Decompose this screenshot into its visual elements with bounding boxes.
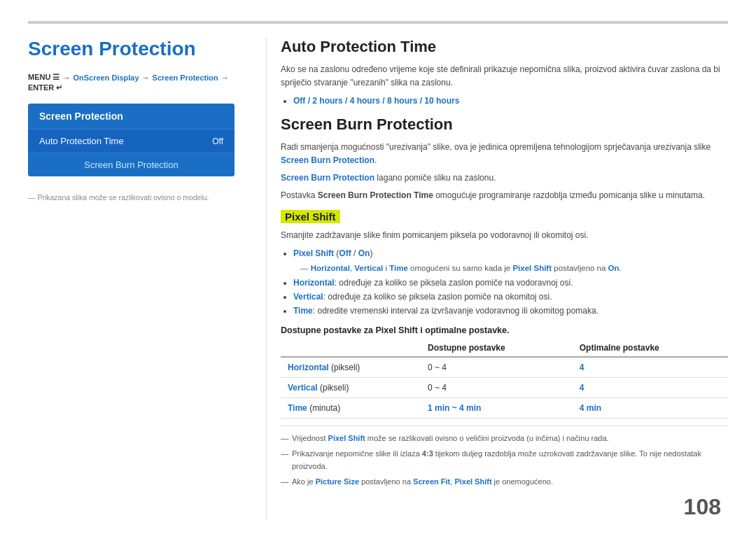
row-optimal-3: 4 min — [573, 398, 728, 418]
note-1: — Vrijednost Pixel Shift može se razliko… — [281, 432, 728, 445]
section-pixel-shift: Pixel Shift Smanjite zadržavanje slike f… — [281, 210, 728, 489]
section1-title: Auto Protection Time — [281, 38, 728, 56]
row-optimal-2: 4 — [573, 377, 728, 398]
table-section: Dostupne postavke za Pixel Shift i optim… — [281, 325, 728, 419]
row-available-1: 0 ~ 4 — [421, 357, 573, 378]
bullet-horizontal: Horizontal: određuje za koliko se piksel… — [293, 276, 728, 290]
bullet-vertical: Vertical: određuje za koliko se piksela … — [293, 290, 728, 304]
menu-box: Screen Protection Auto Protection Time O… — [28, 104, 234, 176]
bullet-sub: — Horizontal, Vertical i Time omogućeni … — [300, 262, 728, 276]
breadcrumb: MENU ☰ → OnScreen Display → Screen Prote… — [28, 73, 245, 92]
menu-box-title: Screen Protection — [28, 104, 234, 129]
section-screen-burn: Screen Burn Protection Radi smanjenja mo… — [281, 115, 728, 203]
row-label-1: Horizontal (pikseli) — [281, 357, 421, 378]
section2-body2: Screen Burn Protection lagano pomiče sli… — [281, 171, 728, 185]
page-title: Screen Protection — [28, 38, 245, 60]
menu-icon: MENU ☰ — [28, 73, 59, 82]
bullet-pixel-shift-toggle: Pixel Shift (Off / On) — Horizontal, Ver… — [293, 246, 728, 276]
section2-bold3: Screen Burn Protection Time — [318, 190, 433, 200]
section2-link2: Screen Burn Protection — [281, 173, 374, 183]
section2-link1: Screen Burn Protection — [281, 155, 374, 165]
table-intro: Dostupne postavke za Pixel Shift i optim… — [281, 325, 728, 335]
pixel-shift-bullets: Pixel Shift (Off / On) — Horizontal, Ver… — [281, 246, 728, 318]
bullet-time: Time: odredite vremenski interval za izv… — [293, 304, 728, 318]
notes-block: — Vrijednost Pixel Shift može se razliko… — [281, 426, 728, 489]
menu-item-value: Off — [212, 136, 223, 146]
section1-option-item: Off / 2 hours / 4 hours / 8 hours / 10 h… — [293, 94, 728, 108]
table-row: Vertical (pikseli) 0 ~ 4 4 — [281, 377, 728, 398]
menu-item-label-2: Screen Burn Protection — [84, 160, 178, 170]
row-optimal-1: 4 — [573, 357, 728, 378]
pixel-shift-title: Pixel Shift — [281, 210, 340, 223]
breadcrumb-enter: ENTER ↵ — [28, 83, 62, 92]
section1-body: Ako se na zaslonu određeno vrijeme koje … — [281, 63, 728, 90]
row-available-3: 1 min ~ 4 min — [421, 398, 573, 418]
menu-item-auto-protection[interactable]: Auto Protection Time Off — [28, 129, 234, 153]
section2-body3: Postavka Screen Burn Protection Time omo… — [281, 189, 728, 202]
breadcrumb-onscreen[interactable]: OnScreen Display — [73, 73, 139, 82]
section2-body1-text: Radi smanjenja mogućnosti "urezivanja" s… — [281, 142, 710, 152]
col-header-1 — [281, 339, 421, 357]
row-label-3: Time (minuta) — [281, 398, 421, 418]
section2-body1-end: . — [374, 155, 377, 165]
section2-body2-end: lagano pomiče sliku na zaslonu. — [374, 173, 496, 183]
section2-title: Screen Burn Protection — [281, 115, 728, 134]
table-row: Horizontal (pikseli) 0 ~ 4 4 — [281, 357, 728, 378]
section1-options: Off / 2 hours / 4 hours / 8 hours / 10 h… — [293, 96, 459, 106]
pixel-shift-intro: Smanjite zadržavanje slike finim pomican… — [281, 229, 728, 242]
note-2: — Prikazivanje nepomične slike ili izlaz… — [281, 447, 728, 473]
menu-item-label: Auto Protection Time — [39, 136, 124, 146]
section1-options-list: Off / 2 hours / 4 hours / 8 hours / 10 h… — [281, 94, 728, 108]
page-number: 108 — [684, 494, 721, 520]
section-auto-protection: Auto Protection Time Ako se na zaslonu o… — [281, 38, 728, 108]
breadcrumb-screen-protection[interactable]: Screen Protection — [153, 73, 218, 82]
note-3: — Ako je Picture Size postavljeno na Scr… — [281, 475, 728, 489]
section2-body1: Radi smanjenja mogućnosti "urezivanja" s… — [281, 141, 728, 167]
col-header-3: Optimalne postavke — [573, 339, 728, 357]
row-label-2: Vertical (pikseli) — [281, 377, 421, 398]
pixel-shift-table: Dostupne postavke Optimalne postavke Hor… — [281, 339, 728, 419]
row-available-2: 0 ~ 4 — [421, 377, 573, 398]
right-column: Auto Protection Time Ako se na zaslonu o… — [266, 38, 728, 520]
col-header-2: Dostupne postavke — [421, 339, 573, 357]
footnote: Prikazana slika može se razlikovati ovis… — [28, 193, 245, 202]
menu-item-screen-burn[interactable]: Screen Burn Protection — [28, 153, 234, 176]
left-column: Screen Protection MENU ☰ → OnScreen Disp… — [28, 38, 266, 520]
table-row: Time (minuta) 1 min ~ 4 min 4 min — [281, 398, 728, 418]
